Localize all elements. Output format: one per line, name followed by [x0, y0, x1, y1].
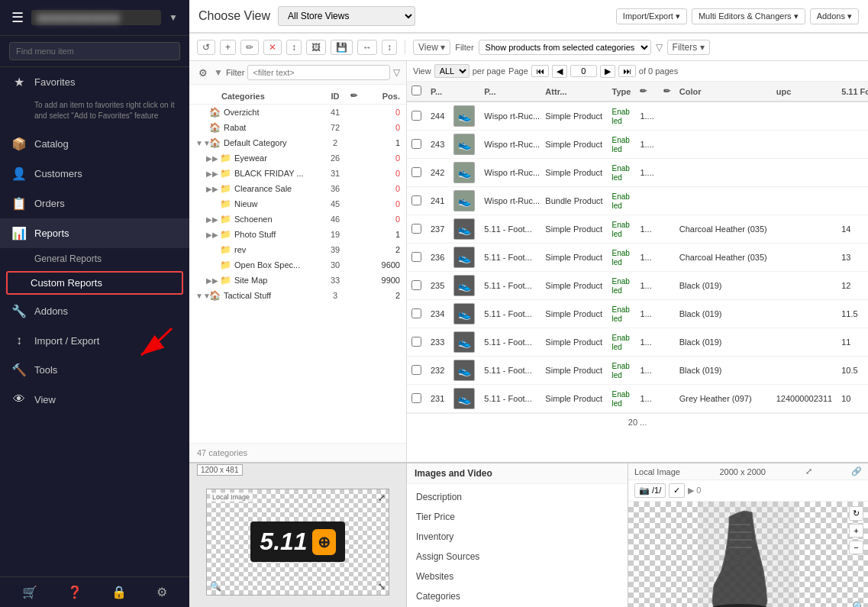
- tree-item-rev[interactable]: 📁 rev 39 2: [189, 242, 406, 257]
- row-checkbox[interactable]: [407, 272, 426, 300]
- edit-button[interactable]: ✏: [240, 40, 259, 55]
- lock-icon[interactable]: 🔒: [111, 585, 127, 599]
- sidebar-item-general-reports[interactable]: General Reports: [0, 248, 189, 270]
- refresh-button[interactable]: ↺: [197, 40, 215, 55]
- row-checkbox[interactable]: [407, 159, 426, 187]
- row-checkbox[interactable]: [407, 187, 426, 215]
- cart-icon[interactable]: 🛒: [22, 585, 37, 599]
- row-checkbox[interactable]: [407, 300, 426, 328]
- filters-button[interactable]: Filters ▾: [667, 40, 710, 55]
- tree-item-black-friday[interactable]: ▶ 📁 BLACK FRIDAY ... 31 0: [189, 166, 406, 181]
- row-checkbox[interactable]: [407, 385, 426, 413]
- sidebar-item-custom-reports[interactable]: Custom Reports: [6, 271, 183, 295]
- tree-item-clearance-sale[interactable]: ▶ 📁 Clearance Sale 36 0: [189, 181, 406, 196]
- toggle-icon[interactable]: ▶: [206, 276, 217, 285]
- zoom-out-button[interactable]: −: [849, 541, 863, 554]
- filter-products-select[interactable]: Show products from selected categories: [479, 40, 651, 55]
- zoom-icon[interactable]: 🔍: [852, 601, 865, 607]
- sidebar-item-orders[interactable]: 📋 Orders: [0, 189, 189, 218]
- check-button[interactable]: ✓: [669, 483, 685, 498]
- page-input[interactable]: [570, 65, 597, 77]
- menu-item-assign-sources[interactable]: Assign Sources: [407, 547, 628, 567]
- menu-item-categories[interactable]: Categories: [407, 586, 628, 606]
- sidebar-item-reports[interactable]: 📊 Reports: [0, 218, 189, 248]
- sidebar-item-customers[interactable]: 👤 Customers: [0, 159, 189, 189]
- collapse-button[interactable]: ↕: [382, 40, 397, 55]
- expand-button[interactable]: ↔: [357, 40, 377, 55]
- col-edit2[interactable]: ✏: [659, 82, 675, 102]
- toggle-icon[interactable]: ▶: [206, 154, 217, 163]
- tree-item-default-category[interactable]: ▼ 🏠 Default Category 2 1: [189, 135, 406, 150]
- prev-page-button[interactable]: ◀: [552, 65, 567, 78]
- view-button[interactable]: View ▾: [413, 40, 450, 55]
- move-button[interactable]: ↕: [286, 40, 302, 55]
- expand-right-icon[interactable]: ⤢: [805, 467, 812, 476]
- help-icon[interactable]: ❓: [67, 585, 82, 599]
- per-page-select[interactable]: ALL 20 50: [434, 64, 469, 78]
- toggle-icon[interactable]: ▶: [206, 215, 217, 224]
- tree-item-open-box[interactable]: 📁 Open Box Spec... 30 9600: [189, 257, 406, 273]
- hamburger-icon[interactable]: ☰: [11, 9, 24, 26]
- last-page-button[interactable]: ⏭: [618, 65, 636, 77]
- edit-image-icon[interactable]: ⤡: [378, 581, 386, 592]
- col-name[interactable]: P...: [479, 82, 540, 102]
- toggle-icon[interactable]: ▼: [195, 139, 206, 147]
- zoom-image-icon[interactable]: 🔍: [210, 581, 221, 592]
- col-color[interactable]: Color: [675, 82, 772, 102]
- multi-editors-button[interactable]: Multi Editors & Changers ▾: [692, 8, 805, 24]
- tree-item-tactical-stuff[interactable]: ▼ 🏠 Tactical Stuff 3 2: [189, 288, 406, 303]
- row-checkbox[interactable]: [407, 102, 426, 131]
- tree-item-nieuw[interactable]: 📁 Nieuw 45 0: [189, 196, 406, 211]
- menu-item-tier-price[interactable]: Tier Price: [407, 507, 628, 527]
- col-upc[interactable]: upc: [772, 82, 837, 102]
- store-views-select[interactable]: All Store Views: [278, 6, 415, 26]
- col-id[interactable]: P...: [426, 82, 449, 102]
- menu-item-inventory[interactable]: Inventory: [407, 527, 628, 547]
- camera-button[interactable]: 📷 /1/: [634, 483, 666, 498]
- settings-icon[interactable]: ⚙: [156, 585, 167, 599]
- save-button[interactable]: 💾: [331, 40, 353, 55]
- row-checkbox[interactable]: [407, 357, 426, 385]
- import-export-button[interactable]: Import/Export ▾: [616, 8, 687, 24]
- col-type[interactable]: Type: [608, 82, 636, 102]
- tree-item-schoenen[interactable]: ▶ 📁 Schoenen 46 0: [189, 211, 406, 227]
- row-checkbox[interactable]: [407, 328, 426, 357]
- search-input[interactable]: [9, 42, 180, 60]
- add-button[interactable]: +: [220, 40, 236, 55]
- col-footwear[interactable]: 5.11 Footwe...: [837, 82, 868, 102]
- toggle-icon[interactable]: ▶: [206, 231, 217, 239]
- sidebar-item-favorites[interactable]: ★ Favorites: [0, 67, 189, 97]
- open-right-icon[interactable]: 🔗: [851, 467, 862, 476]
- rotate-button[interactable]: ↻: [849, 506, 863, 521]
- sidebar-item-view[interactable]: 👁 View: [0, 385, 189, 414]
- tree-filter-input[interactable]: [247, 65, 390, 80]
- zoom-in-button[interactable]: +: [849, 524, 863, 538]
- toggle-icon[interactable]: ▶: [206, 170, 217, 178]
- tree-item-overzicht[interactable]: 🏠 Overzicht 41 0: [189, 105, 406, 120]
- col-attr[interactable]: Attr...: [540, 82, 607, 102]
- tree-settings-button[interactable]: ⚙: [195, 66, 211, 80]
- menu-item-description[interactable]: Description: [407, 487, 628, 507]
- toggle-icon[interactable]: ▶: [206, 185, 217, 193]
- sidebar-item-import-export[interactable]: ↕ Import / Export: [0, 326, 189, 355]
- sidebar-item-addons[interactable]: 🔧 Addons: [0, 296, 189, 326]
- sidebar-dropdown-icon[interactable]: ▼: [169, 12, 178, 23]
- menu-item-websites[interactable]: Websites: [407, 567, 628, 586]
- sidebar-item-tools[interactable]: 🔨 Tools: [0, 355, 189, 385]
- col-checkbox[interactable]: [407, 82, 426, 102]
- image-button[interactable]: 🖼: [306, 40, 326, 55]
- tree-item-eyewear[interactable]: ▶ 📁 Eyewear 26 0: [189, 150, 406, 166]
- row-checkbox[interactable]: [407, 215, 426, 244]
- tree-item-rabat[interactable]: 🏠 Rabat 72 0: [189, 120, 406, 135]
- tree-item-site-map[interactable]: ▶ 📁 Site Map 33 9900: [189, 273, 406, 288]
- delete-button[interactable]: ✕: [263, 40, 282, 55]
- expand-image-icon[interactable]: ⤢: [378, 492, 386, 503]
- tree-item-photo-stuff[interactable]: ▶ 📁 Photo Stuff 19 1: [189, 227, 406, 242]
- col-edit1[interactable]: ✏: [635, 82, 658, 102]
- sidebar-item-catalog[interactable]: 📦 Catalog: [0, 129, 189, 159]
- row-checkbox[interactable]: [407, 244, 426, 272]
- toggle-icon[interactable]: ▼: [195, 292, 206, 300]
- next-page-button[interactable]: ▶: [600, 65, 615, 78]
- addons-button[interactable]: Addons ▾: [810, 8, 859, 24]
- first-page-button[interactable]: ⏮: [531, 65, 549, 77]
